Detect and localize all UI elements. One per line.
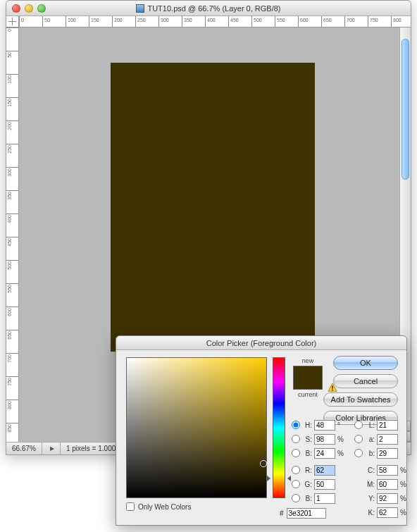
- m-input[interactable]: [377, 479, 398, 490]
- m-label: M:: [365, 481, 375, 488]
- scrollbar-thumb[interactable]: [402, 39, 409, 180]
- c-input[interactable]: [377, 465, 398, 476]
- r-input[interactable]: [314, 465, 335, 476]
- ok-button[interactable]: OK: [333, 356, 398, 370]
- only-web-label: Only Web Colors: [138, 503, 191, 511]
- lb-radio[interactable]: [354, 449, 363, 457]
- b2-label: B:: [302, 495, 312, 502]
- document-icon: [136, 4, 144, 13]
- status-preview[interactable]: ▶: [42, 443, 61, 454]
- lb-label: b:: [365, 450, 375, 457]
- s-radio[interactable]: [292, 435, 300, 443]
- b-radio[interactable]: [292, 449, 300, 457]
- color-swatch-block: new current: [292, 357, 323, 398]
- close-icon[interactable]: [12, 4, 20, 13]
- sb-cursor[interactable]: [260, 460, 267, 467]
- y-input[interactable]: [377, 493, 398, 504]
- only-web-checkbox-input[interactable]: [126, 502, 135, 511]
- s-label: S:: [302, 435, 312, 443]
- h-label: H:: [302, 421, 312, 429]
- titlebar[interactable]: TUT10.psd @ 66.7% (Layer 0, RGB/8): [6, 1, 411, 16]
- s-input[interactable]: [314, 434, 335, 445]
- dialog-buttons: OK Cancel Add To Swatches Color Librarie…: [333, 356, 398, 425]
- b2-input[interactable]: [314, 493, 335, 504]
- l-radio[interactable]: [354, 421, 363, 429]
- add-to-swatches-button[interactable]: Add To Swatches: [323, 392, 398, 407]
- current-color-swatch[interactable]: [294, 378, 322, 389]
- new-label: new: [292, 357, 323, 364]
- dialog-title[interactable]: Color Picker (Foreground Color): [116, 336, 406, 350]
- hex-input[interactable]: [287, 508, 326, 519]
- y-label: Y:: [365, 495, 375, 502]
- b-input[interactable]: [314, 448, 335, 459]
- g-radio[interactable]: [292, 480, 300, 488]
- a-radio[interactable]: [354, 435, 363, 443]
- color-swatch[interactable]: [293, 366, 323, 390]
- color-fields-col1: H:° S:% B:% R: G: B:: [292, 418, 344, 505]
- color-fields-col2: L: a: b: C:% M:% Y:% K:%: [354, 418, 407, 519]
- h-input[interactable]: [314, 420, 335, 431]
- ruler-horizontal[interactable]: 0501001502002503003504004505005506006507…: [19, 16, 411, 27]
- a-label: a:: [365, 435, 375, 443]
- h-radio[interactable]: [292, 421, 300, 429]
- current-label: current: [292, 391, 323, 398]
- k-label: K:: [365, 509, 375, 516]
- a-input[interactable]: [377, 434, 398, 445]
- only-web-colors-checkbox[interactable]: Only Web Colors: [126, 502, 191, 511]
- r-radio[interactable]: [292, 466, 300, 474]
- k-input[interactable]: [377, 507, 398, 518]
- new-color-swatch[interactable]: [294, 366, 322, 378]
- c-label: C:: [365, 466, 375, 474]
- b2-radio[interactable]: [292, 494, 300, 502]
- zoom-level[interactable]: 66.67%: [6, 443, 42, 454]
- r-label: R:: [302, 466, 312, 474]
- g-input[interactable]: [314, 479, 335, 490]
- cancel-button[interactable]: Cancel: [333, 374, 398, 388]
- hue-slider-thumb[interactable]: [270, 476, 288, 481]
- lb-input[interactable]: [377, 448, 398, 459]
- l-input[interactable]: [377, 420, 398, 431]
- hex-row: #: [280, 508, 326, 519]
- minimize-icon[interactable]: [25, 4, 33, 13]
- window-title: TUT10.psd @ 66.7% (Layer 0, RGB/8): [6, 4, 411, 13]
- l-label: L:: [365, 421, 375, 429]
- window-controls: [12, 4, 46, 13]
- hex-label: #: [280, 509, 284, 517]
- color-picker-dialog: Color Picker (Foreground Color) new curr…: [116, 335, 407, 526]
- canvas-document[interactable]: [111, 63, 315, 352]
- saturation-brightness-field[interactable]: [126, 357, 267, 498]
- zoom-icon[interactable]: [37, 4, 46, 13]
- ruler-vertical[interactable]: 0501001502002503003504004505005506006507…: [6, 27, 19, 442]
- ruler-origin[interactable]: [6, 16, 19, 27]
- g-label: G:: [302, 481, 312, 488]
- b-label: B:: [302, 450, 312, 457]
